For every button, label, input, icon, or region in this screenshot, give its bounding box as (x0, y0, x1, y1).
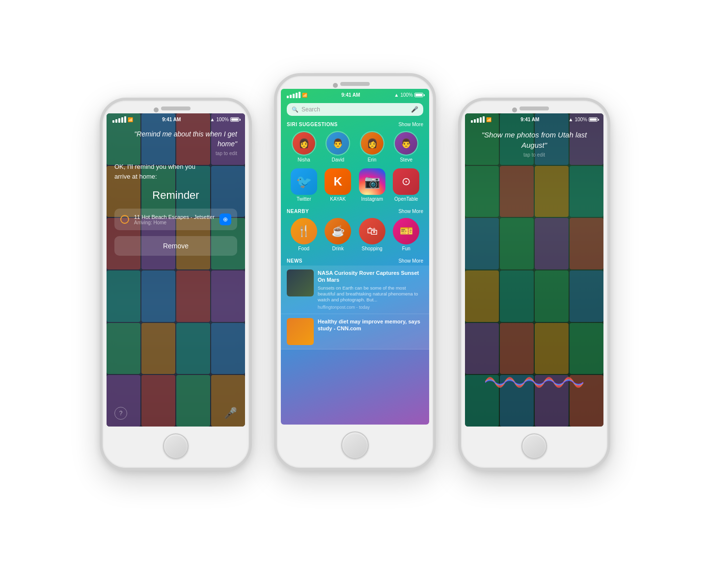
reminder-arrow[interactable]: ⊕ (219, 214, 231, 225)
siri-help-icon[interactable]: ? (114, 407, 127, 420)
phone-top-center (277, 76, 433, 89)
nearby-name-shopping: Shopping (362, 246, 382, 251)
speaker-right (519, 107, 549, 110)
front-camera-center (333, 83, 338, 88)
siri-waveform (465, 368, 603, 397)
wifi-icon-center: 📶 (302, 93, 307, 98)
siri-mic-icon[interactable]: 🎤 (224, 407, 237, 420)
home-button-left[interactable] (163, 433, 189, 459)
show-more-nearby[interactable]: Show More (398, 209, 423, 214)
iphone-right: 📶 9:41 AM ▲ 100% "Show me photos from Ut… (458, 98, 610, 471)
nearby-drink[interactable]: ☕ Drink (325, 218, 351, 251)
iphone-left: 📶 9:41 AM ▲ 100% "Remind me about this w… (100, 98, 252, 471)
app-kayak[interactable]: K KAYAK (325, 168, 351, 202)
nearby-name-fun: Fun (402, 246, 410, 251)
status-left-center: 📶 (287, 92, 307, 98)
tap-to-edit-right: tap to edit (473, 152, 596, 158)
remove-button[interactable]: Remove (114, 236, 237, 256)
phone-bottom-left (103, 427, 249, 468)
news-text-diet: Healthy diet may improve memory, says st… (318, 318, 423, 345)
home-button-center[interactable] (341, 431, 369, 459)
show-more-siri[interactable]: Show More (398, 122, 423, 127)
screen-left: 📶 9:41 AM ▲ 100% "Remind me about this w… (107, 113, 245, 427)
food-icon: 🍴 (291, 218, 317, 244)
avatar-img-david: 👨 (327, 132, 349, 155)
status-bar-left: 📶 9:41 AM ▲ 100% (107, 113, 245, 126)
nearby-food[interactable]: 🍴 Food (291, 218, 317, 251)
fun-icon: 🎫 (393, 218, 419, 244)
nearby-shopping[interactable]: 🛍 Shopping (359, 218, 385, 251)
battery-icon-left (230, 117, 239, 122)
search-mic-icon: 🎤 (411, 106, 418, 113)
siri-mic-area-left: ? 🎤 (107, 402, 245, 427)
search-placeholder: Search (301, 106, 408, 113)
contact-david[interactable]: 👨 David (326, 131, 350, 162)
tap-to-edit-left: tap to edit (114, 151, 237, 156)
contact-erin[interactable]: 👩 Erin (360, 131, 384, 162)
reminder-name: 11 Hot Beach Escapes - Jetsetter (134, 214, 215, 220)
news-item-diet[interactable]: Healthy diet may improve memory, says st… (281, 314, 429, 349)
phone-bottom-right (461, 427, 607, 468)
signal-right (471, 116, 485, 123)
news-summary-mars: Sunsets on Earth can be some of the most… (318, 285, 423, 303)
front-camera-right (512, 107, 517, 112)
reminder-circle (120, 215, 129, 224)
reminder-item: 11 Hot Beach Escapes - Jetsetter Arrivin… (114, 209, 237, 230)
search-icon: 🔍 (292, 107, 299, 113)
nearby-name-food: Food (298, 246, 309, 251)
wifi-icon-left: 📶 (128, 117, 133, 122)
signal-left (112, 116, 126, 123)
siri-screen-left: 📶 9:41 AM ▲ 100% "Remind me about this w… (107, 113, 245, 427)
location-icon-center: ▲ (394, 92, 399, 98)
screen-center: 📶 9:41 AM ▲ 100% 🔍 Search 🎤 (281, 89, 429, 425)
time-left: 9:41 AM (162, 117, 181, 122)
siri-quote-left: "Remind me about this when I get home" (114, 130, 237, 149)
kayak-icon: K (325, 168, 351, 195)
contact-steve[interactable]: 👨 Steve (394, 131, 418, 162)
location-icon-right: ▲ (569, 117, 573, 122)
twitter-icon: 🐦 (291, 168, 317, 195)
screen-right: 📶 9:41 AM ▲ 100% "Show me photos from Ut… (465, 113, 603, 427)
nearby-label: NEARBY (287, 209, 309, 214)
avatar-erin: 👩 (360, 131, 384, 156)
app-twitter[interactable]: 🐦 Twitter (291, 168, 317, 202)
section-header-news: NEWS Show More (281, 255, 429, 266)
status-right-left: ▲ 100% (210, 117, 239, 122)
avatar-img-erin: 👩 (361, 132, 383, 155)
search-bar[interactable]: 🔍 Search 🎤 (287, 103, 423, 116)
phone-bottom-center (277, 425, 433, 468)
news-source-mars: huffingtonpost.com - today (318, 305, 423, 310)
battery-pct-center: 100% (400, 92, 413, 98)
show-more-news[interactable]: Show More (398, 258, 423, 264)
instagram-icon: 📷 (359, 168, 385, 195)
iphone-center: 📶 9:41 AM ▲ 100% 🔍 Search 🎤 (274, 73, 436, 471)
nearby-row: 🍴 Food ☕ Drink 🛍 Shopping 🎫 Fun (281, 216, 429, 255)
phone-top-right (461, 101, 607, 113)
siri-content-left: "Remind me about this when I get home" t… (107, 126, 245, 402)
app-opentable[interactable]: ⊙ OpenTable (393, 168, 419, 202)
siri-suggestions-label: SIRI SUGGESTIONS (287, 122, 338, 127)
signal-center (287, 92, 300, 98)
contacts-row: 👩 Nisha 👨 David 👩 Erin (281, 129, 429, 166)
app-name-opentable: OpenTable (394, 196, 418, 202)
status-bar-right: 📶 9:41 AM ▲ 100% (465, 113, 603, 126)
reminder-sub: Arriving: Home (134, 220, 215, 225)
battery-icon-center (414, 93, 423, 97)
app-instagram[interactable]: 📷 Instagram (359, 168, 385, 202)
siri-quote-right: "Show me photos from Utah last August" (473, 130, 596, 150)
avatar-nisha: 👩 (292, 131, 316, 156)
waveform-svg (485, 370, 583, 395)
avatar-img-steve: 👨 (395, 132, 417, 155)
news-thumb-diet (287, 318, 314, 345)
news-text-mars: NASA Curiosity Rover Captures Sunset On … (318, 269, 423, 310)
news-section: NASA Curiosity Rover Captures Sunset On … (281, 266, 429, 425)
contact-nisha[interactable]: 👩 Nisha (292, 131, 316, 162)
news-headline-mars: NASA Curiosity Rover Captures Sunset On … (318, 269, 423, 284)
home-button-right[interactable] (521, 433, 547, 459)
contact-name-david: David (331, 157, 344, 162)
wifi-icon-right: 📶 (486, 117, 492, 122)
news-item-mars[interactable]: NASA Curiosity Rover Captures Sunset On … (281, 266, 429, 314)
contact-name-nisha: Nisha (298, 157, 310, 162)
nearby-fun[interactable]: 🎫 Fun (393, 218, 419, 251)
avatar-img-nisha: 👩 (293, 132, 315, 155)
